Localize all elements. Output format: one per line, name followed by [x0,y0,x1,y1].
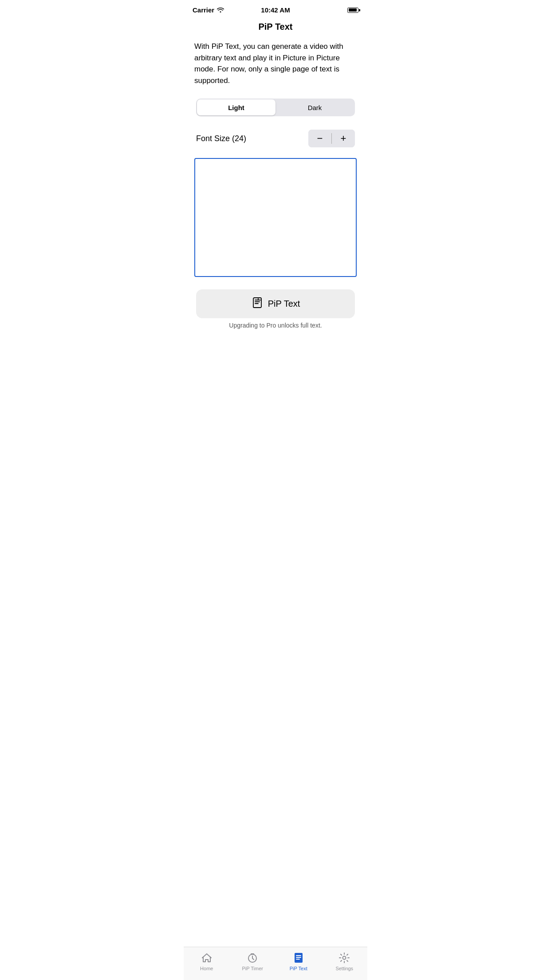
description-text: With PiP Text, you can generate a video … [184,41,367,86]
theme-segment-control: Light Dark [196,99,355,116]
wifi-icon [217,6,224,14]
text-input-container [194,158,357,277]
font-size-label: Font Size (24) [196,134,246,143]
status-bar: Carrier 10:42 AM [184,0,367,17]
decrement-button[interactable]: − [308,130,331,147]
battery-fill [349,8,357,12]
increment-button[interactable]: + [332,130,355,147]
page-title: PiP Text [184,22,367,32]
theme-dark-option[interactable]: Dark [276,99,354,115]
pip-button-label: PiP Text [268,299,300,309]
font-size-stepper: − + [308,130,355,147]
battery-icon [347,8,358,13]
pip-text-button[interactable]: PiP Text [196,289,355,318]
upgrade-text: Upgrading to Pro unlocks full text. [184,322,367,329]
status-right [347,8,358,13]
carrier-label: Carrier [193,6,214,14]
svg-rect-0 [253,298,261,308]
pip-button-container: PiP Text [184,289,367,322]
theme-light-option[interactable]: Light [197,99,276,115]
status-left: Carrier [193,6,224,14]
status-time: 10:42 AM [261,6,290,14]
document-icon [251,296,264,311]
pip-text-input[interactable] [195,159,356,274]
font-size-row: Font Size (24) − + [184,130,367,147]
